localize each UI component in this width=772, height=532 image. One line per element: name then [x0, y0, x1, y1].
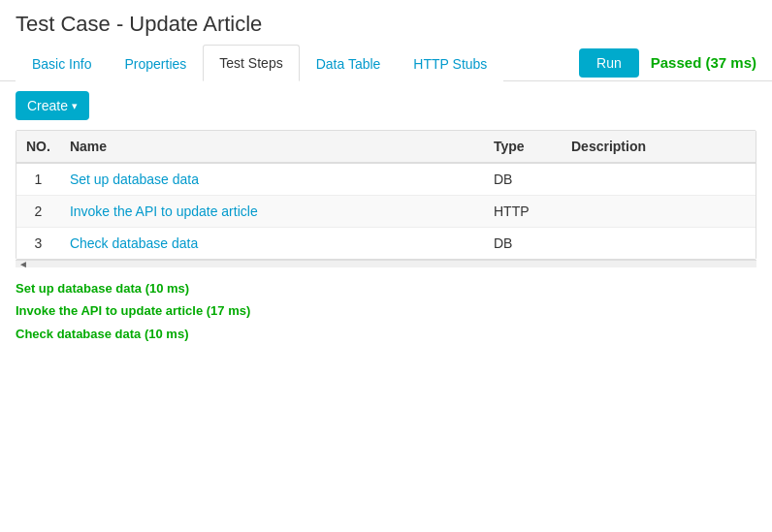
create-button[interactable]: Create ▾	[16, 91, 89, 120]
cell-no: 1	[16, 163, 60, 196]
steps-table: NO. Name Type Description 1Set up databa…	[16, 131, 756, 259]
tab-test-steps[interactable]: Test Steps	[203, 45, 299, 81]
col-header-description: Description	[562, 131, 756, 163]
cell-name: Check database data	[60, 228, 484, 260]
status-badge: Passed (37 ms)	[651, 54, 756, 71]
cell-description	[562, 196, 756, 228]
page-title: Test Case - Update Article	[0, 0, 772, 45]
cell-description	[562, 163, 756, 196]
col-header-type: Type	[484, 131, 562, 163]
step-link[interactable]: Invoke the API to update article	[70, 203, 258, 219]
cell-no: 3	[16, 228, 60, 260]
tab-basic-info[interactable]: Basic Info	[16, 46, 108, 81]
cell-description	[562, 228, 756, 260]
scroll-left-icon[interactable]: ◄	[16, 259, 31, 269]
cell-no: 2	[16, 196, 60, 228]
tab-properties[interactable]: Properties	[108, 46, 203, 81]
result-item-3: Check database data (10 ms)	[16, 323, 756, 345]
result-item-2: Invoke the API to update article (17 ms)	[16, 299, 756, 322]
step-link[interactable]: Check database data	[70, 235, 198, 251]
cell-type: DB	[484, 228, 562, 260]
cell-type: DB	[484, 163, 562, 196]
tab-data-table[interactable]: Data Table	[300, 46, 398, 81]
table-row: 2Invoke the API to update articleHTTP	[16, 196, 756, 228]
horizontal-scrollbar[interactable]: ◄	[16, 260, 756, 267]
table-row: 3Check database dataDB	[16, 228, 756, 260]
col-header-no: NO.	[16, 131, 60, 163]
toolbar: Create ▾	[0, 81, 772, 130]
tabs-bar: Basic Info Properties Test Steps Data Ta…	[0, 45, 772, 81]
cell-name: Invoke the API to update article	[60, 196, 484, 228]
col-header-name: Name	[60, 131, 484, 163]
results-section: Set up database data (10 ms) Invoke the …	[0, 267, 772, 355]
caret-icon: ▾	[72, 100, 78, 112]
create-label: Create	[27, 98, 68, 113]
step-link[interactable]: Set up database data	[70, 172, 199, 187]
run-button[interactable]: Run	[579, 48, 639, 78]
steps-table-container: NO. Name Type Description 1Set up databa…	[16, 130, 756, 260]
cell-type: HTTP	[484, 196, 562, 228]
cell-name: Set up database data	[60, 163, 484, 196]
tab-http-stubs[interactable]: HTTP Stubs	[397, 46, 503, 81]
table-header-row: NO. Name Type Description	[16, 131, 756, 163]
result-item-1: Set up database data (10 ms)	[16, 277, 756, 299]
table-row: 1Set up database dataDB	[16, 163, 756, 196]
